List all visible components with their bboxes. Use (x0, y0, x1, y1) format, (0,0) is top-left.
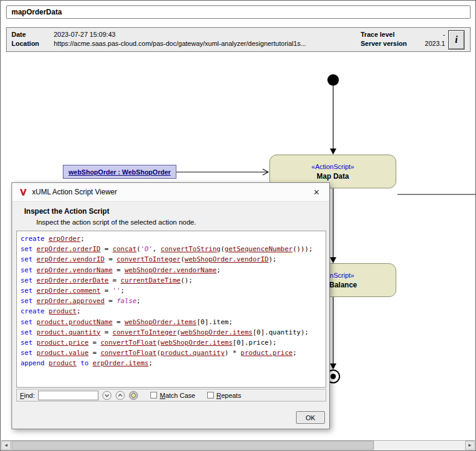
code-identifier-link[interactable]: webShopOrder.items (124, 318, 196, 326)
code-token: ); (269, 255, 277, 263)
objectflow-webshoporder-to-mapdata (176, 169, 268, 175)
code-identifier-link[interactable]: convertToFloat (100, 349, 156, 357)
code-line: set erpOrder.orderID = concat('O', conve… (21, 244, 322, 254)
trace-level-label: Trace level (361, 31, 394, 38)
code-token: set (21, 287, 33, 295)
scrollbar-thumb[interactable] (11, 441, 374, 450)
code-line: set erpOrder.vendorName = webShopOrder.v… (21, 265, 322, 275)
code-identifier-link[interactable]: product.value (37, 349, 89, 357)
code-token: = (89, 339, 101, 347)
code-identifier-link[interactable]: erpOrder.vendorID (37, 255, 105, 263)
code-identifier-link[interactable]: concat (112, 245, 137, 253)
node-stereotype: «ActionScript» (312, 163, 355, 170)
code-token: set (21, 255, 33, 263)
highlight-all-button[interactable] (129, 391, 138, 400)
scroll-left-icon[interactable]: ◄ (1, 441, 11, 450)
code-identifier-link[interactable]: convertToString (161, 245, 220, 253)
code-identifier-link[interactable]: product (48, 307, 76, 315)
code-identifier-link[interactable]: webShopOrder.vendorName (124, 266, 216, 274)
code-identifier-link[interactable]: product.price (240, 349, 292, 357)
code-identifier-link[interactable]: convertToInteger (117, 255, 181, 263)
code-identifier-link[interactable]: erpOrder.comment (37, 287, 101, 295)
code-token: = (109, 277, 121, 284)
code-token: ())); (292, 245, 312, 253)
code-identifier-link[interactable]: product.price (37, 339, 89, 347)
code-token: = (105, 297, 117, 305)
code-token: create (21, 235, 45, 243)
dialog-title: xUML Action Script Viewer (32, 188, 117, 196)
code-line: set product.value = convertToFloat(produ… (21, 348, 322, 358)
code-token (33, 349, 37, 357)
code-token: ; (77, 307, 81, 315)
find-previous-button[interactable] (115, 391, 125, 400)
transition-mapdata-to-openbalance (330, 188, 336, 263)
node-name: Map Data (317, 172, 349, 181)
code-identifier-link[interactable]: product.quantity (161, 349, 225, 357)
code-identifier-link[interactable]: convertToInteger (112, 328, 176, 336)
code-identifier-link[interactable]: erpOrder.approved (37, 297, 105, 305)
code-line: create product; (21, 306, 322, 316)
action-script-code[interactable]: create erpOrder;set erpOrder.orderID = c… (16, 231, 326, 388)
code-identifier-link[interactable]: erpOrder.vendorName (37, 266, 113, 274)
code-identifier-link[interactable]: getSequenceNumber (225, 245, 293, 253)
checkbox-box (150, 392, 157, 398)
code-token: ; (80, 235, 85, 243)
code-token: set (21, 328, 33, 336)
find-label-rest: ind: (24, 392, 35, 399)
code-identifier-link[interactable]: product (48, 359, 76, 367)
code-token: set (21, 318, 33, 326)
code-token: [0].quantity); (252, 328, 309, 336)
transition-openbalance-to-final (330, 297, 336, 369)
repeats-checkbox[interactable]: Repeats (207, 392, 241, 399)
code-identifier-link[interactable]: webShopOrder.vendorID (185, 255, 269, 263)
code-token: ( (156, 349, 161, 357)
code-token (33, 297, 37, 305)
code-token: '' (112, 287, 120, 295)
code-identifier-link[interactable]: currentDateTime (121, 277, 181, 284)
code-token: , (153, 245, 161, 253)
find-label: Find: (20, 392, 34, 399)
code-identifier-link[interactable]: erpOrder (48, 235, 80, 243)
code-token: false (117, 297, 137, 305)
code-token: append (21, 359, 45, 367)
code-identifier-link[interactable]: product.productName (37, 318, 113, 326)
code-identifier-link[interactable]: webShopOrder.items (161, 339, 233, 347)
code-identifier-link[interactable]: erpOrder.orderDate (37, 277, 109, 284)
repeats-mnemonic: R (216, 392, 221, 399)
code-identifier-link[interactable]: webShopOrder.items (181, 328, 252, 336)
dialog-titlebar[interactable]: xUML Action Script Viewer ✕ (12, 183, 329, 202)
code-line: create erpOrder; (21, 234, 322, 244)
code-token: ( (137, 245, 141, 253)
code-token: set (21, 277, 33, 284)
code-token: ( (220, 245, 225, 253)
code-token (33, 339, 37, 347)
initial-state-node[interactable] (327, 74, 339, 86)
code-line: append product to erpOrder.items; (21, 358, 322, 368)
close-icon[interactable]: ✕ (311, 188, 322, 197)
find-input[interactable] (38, 391, 98, 400)
diagram-title-bar: mapOrderData (6, 5, 471, 19)
code-token: ; (217, 266, 221, 274)
code-token (33, 266, 37, 274)
code-token: set (21, 349, 33, 357)
horizontal-scrollbar[interactable]: ◄ ► (1, 440, 475, 450)
checkbox-box (207, 392, 214, 398)
code-token (33, 255, 37, 263)
code-identifier-link[interactable]: product.quantity (37, 328, 101, 336)
match-case-checkbox[interactable]: Match Case (150, 392, 195, 399)
code-identifier-link[interactable]: convertToFloat (100, 339, 156, 347)
match-case-label: Match Case (159, 392, 195, 399)
info-button[interactable]: i (448, 30, 465, 50)
code-identifier-link[interactable]: erpOrder.items (92, 359, 149, 367)
object-node-webshoporder[interactable]: webShopOrder : WebShopOrder (63, 165, 176, 179)
code-line: set product.quantity = convertToInteger(… (21, 327, 322, 337)
code-line: set erpOrder.comment = ''; (21, 286, 322, 296)
scroll-right-icon[interactable]: ► (465, 441, 475, 450)
code-token (33, 277, 37, 284)
code-identifier-link[interactable]: erpOrder.orderID (37, 245, 101, 253)
code-token: = (100, 328, 112, 336)
ok-button[interactable]: OK (296, 411, 325, 424)
find-next-button[interactable] (102, 391, 112, 400)
location-value: https://acme.saas.pas-cloud.com/pas-doc/… (54, 40, 306, 47)
code-token: create (21, 307, 45, 315)
